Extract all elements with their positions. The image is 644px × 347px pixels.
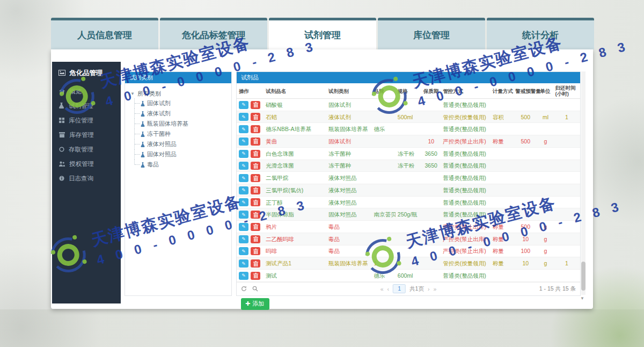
table-cell: 1	[396, 257, 421, 270]
search-icon[interactable]	[252, 284, 258, 294]
delete-button[interactable]	[251, 138, 260, 146]
edit-button[interactable]: ✎	[239, 174, 248, 182]
table-cell	[396, 135, 421, 148]
table-cell: 冻干粉	[396, 160, 421, 172]
delete-button[interactable]	[251, 162, 260, 170]
edit-button[interactable]: ✎	[239, 138, 248, 146]
table-cell	[513, 184, 538, 197]
table-cell	[372, 99, 396, 111]
table-cell	[372, 184, 396, 197]
table-cell	[421, 245, 441, 257]
tab-stats[interactable]: 统计分析	[487, 18, 594, 49]
edit-button[interactable]: ✎	[239, 223, 248, 231]
edit-button[interactable]: ✎	[239, 150, 248, 158]
edit-button[interactable]: ✎	[239, 247, 248, 255]
sidebar-item[interactable]: 库存管理	[52, 128, 121, 142]
tree-item[interactable]: 冻干菌种	[134, 129, 228, 139]
edit-button[interactable]: ✎	[239, 113, 248, 121]
table-cell: 瓶装固体培养基	[326, 257, 372, 270]
table-cell	[513, 208, 538, 221]
tab-location[interactable]: 库位管理	[378, 18, 485, 49]
tab-label[interactable]: 危化品标签管理	[160, 18, 267, 49]
add-button[interactable]: ✚ 添加	[241, 298, 269, 310]
table-cell	[421, 111, 441, 123]
delete-button[interactable]	[251, 272, 260, 280]
sidebar-item[interactable]: 库位管理	[52, 113, 121, 128]
edit-button[interactable]: ✎	[239, 125, 248, 133]
table-cell: 称量	[491, 233, 513, 245]
table-cell	[553, 135, 580, 148]
tree-item[interactable]: 固体对照品	[134, 149, 228, 160]
delete-button[interactable]	[251, 174, 260, 182]
sidebar-item[interactable]: 授权管理	[52, 157, 121, 171]
tree-item[interactable]: 瓶装固体培养基	[134, 119, 228, 129]
delete-button[interactable]	[251, 186, 260, 194]
edit-button[interactable]: ✎	[239, 235, 248, 243]
pagination-next[interactable]: ›	[428, 286, 430, 292]
table-cell: 普通类(整品领用)	[441, 123, 491, 135]
tree-root-node[interactable]: ▼ 所有类别	[130, 89, 228, 98]
table-cell: 鸦片	[264, 221, 326, 233]
refresh-icon[interactable]	[241, 284, 247, 294]
scroll-down-icon[interactable]: ▼	[580, 296, 584, 301]
table-cell	[513, 172, 538, 184]
edit-button[interactable]: ✎	[239, 211, 248, 219]
vertical-scrollbar[interactable]	[581, 71, 586, 295]
edit-button[interactable]: ✎	[239, 186, 248, 194]
table-cell: 普通类(整品领用)	[441, 184, 491, 197]
delete-button[interactable]	[251, 211, 260, 219]
table-cell: 500	[513, 111, 538, 123]
table-cell: 100	[513, 245, 538, 257]
delete-button[interactable]	[251, 259, 260, 268]
pagination-page[interactable]: 1	[393, 284, 406, 293]
column-header: 品牌	[372, 83, 396, 99]
scrollbar-thumb[interactable]	[581, 262, 586, 291]
table-cell	[538, 123, 553, 135]
sidebar-item[interactable]: 存取管理	[52, 142, 121, 157]
delete-button[interactable]	[251, 247, 260, 255]
sidebar-item[interactable]: 试剂管理	[52, 99, 121, 113]
table-cell: 1	[553, 257, 580, 270]
table-cell: g	[538, 135, 553, 148]
table-cell: 液体试剂	[326, 111, 372, 123]
sidebar-item[interactable]: 日志查询	[52, 171, 121, 186]
table-cell: 严控类(禁止出库)	[441, 135, 491, 148]
pagination-first[interactable]: «	[380, 286, 384, 292]
edit-button[interactable]: ✎	[239, 198, 248, 206]
delete-button[interactable]	[251, 150, 260, 158]
tree-item[interactable]: 毒品	[134, 160, 228, 170]
table-cell: 严控类(禁止出库)	[441, 221, 491, 233]
table-cell	[421, 270, 441, 282]
table-cell	[553, 99, 580, 111]
pagination-last[interactable]: »	[433, 286, 436, 292]
table-cell: 液体对照品	[326, 196, 372, 208]
category-panel: 试剂类别 ▼ 所有类别 固体试剂液体试剂瓶装固体培养基冻干菌种液体对照品固体对照…	[125, 71, 232, 296]
table-cell: 10	[421, 135, 441, 148]
delete-button[interactable]	[251, 101, 260, 109]
tab-personnel[interactable]: 人员信息管理	[51, 18, 158, 49]
pagination-prev[interactable]: ‹	[387, 286, 390, 292]
info-icon	[59, 176, 64, 182]
delete-button[interactable]	[251, 235, 260, 243]
tree-item[interactable]: 液体对照品	[134, 139, 228, 149]
circle-icon	[59, 147, 64, 153]
table-cell: 二乙酰吗啡	[264, 233, 326, 245]
table-row: ✎二乙酰吗啡毒品严控类(禁止出库)称量10g	[237, 233, 580, 245]
table-cell: 毒品	[326, 221, 372, 233]
tree-item[interactable]: 固体试剂	[134, 98, 228, 109]
edit-button[interactable]: ✎	[239, 259, 248, 268]
edit-button[interactable]: ✎	[239, 272, 248, 280]
delete-button[interactable]	[251, 125, 260, 133]
delete-button[interactable]	[251, 198, 260, 206]
edit-button[interactable]: ✎	[239, 162, 248, 170]
edit-button[interactable]: ✎	[239, 101, 248, 109]
table-cell: 称量	[491, 221, 513, 233]
delete-button[interactable]	[251, 223, 260, 231]
table-cell: g	[538, 245, 553, 257]
chevron-down-icon: ▼	[130, 91, 135, 96]
sidebar-item[interactable]: 概览	[52, 84, 121, 99]
tree-item-label: 瓶装固体培养基	[147, 120, 188, 127]
tree-item[interactable]: 液体试剂	[134, 109, 228, 119]
tab-reagent[interactable]: 试剂管理	[269, 18, 376, 49]
delete-button[interactable]	[251, 113, 260, 121]
